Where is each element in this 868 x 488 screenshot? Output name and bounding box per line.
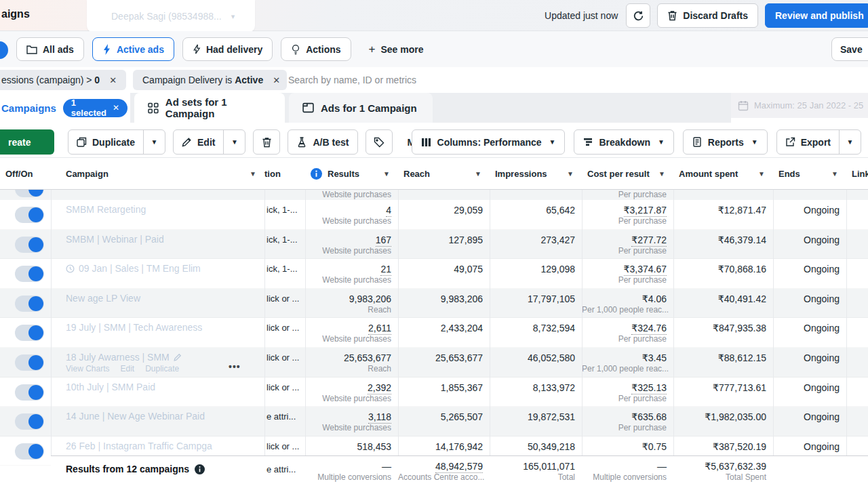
header-attribution[interactable]: tion	[264, 158, 305, 190]
header-cost-per-result[interactable]: Cost per result▼	[582, 158, 673, 190]
header-results[interactable]: Results ▼	[305, 158, 398, 190]
cell-reach: 25,653,677	[398, 348, 490, 377]
save-button[interactable]: Save	[831, 37, 868, 61]
header-impressions[interactable]: Impressions▼	[490, 158, 582, 190]
ab-test-button[interactable]: A/B test	[288, 129, 358, 155]
breakdown-button[interactable]: Breakdown ▼	[574, 129, 673, 155]
date-range-selector[interactable]: Maximum: 25 Jan 2022 - 25	[731, 93, 868, 118]
tab-ad-sets[interactable]: Ad sets for 1 Campaign	[134, 93, 285, 123]
campaign-toggle[interactable]	[15, 266, 44, 282]
info-icon	[195, 464, 205, 474]
header-reach[interactable]: Reach▼	[398, 158, 490, 190]
ad-sets-grid-icon	[148, 102, 159, 114]
campaign-name-link[interactable]: SMBM Retargeting	[51, 200, 264, 215]
row-options-button[interactable]: •••	[229, 361, 241, 372]
create-button[interactable]: reate	[0, 129, 54, 155]
cell-campaign: New age LP View	[51, 289, 264, 318]
header-amount-spent[interactable]: Amount spent▼	[673, 158, 773, 190]
campaign-name-link[interactable]: 26 Feb | Instagram Traffic Campga	[51, 436, 264, 451]
campaign-name-link[interactable]: 18 July Awarness | SMM	[51, 348, 264, 363]
export-dropdown[interactable]: ▼	[839, 130, 861, 154]
tab-ads[interactable]: Ads for 1 Campaign	[289, 93, 433, 123]
export-icon	[785, 137, 795, 147]
table-row[interactable]: 19 July | SMM | Tech Awarenesslick or ..…	[0, 318, 868, 348]
table-row[interactable]: 09 Jan | Sales | TM Eng Elimick, 1-...21…	[0, 259, 868, 289]
duplicate-button[interactable]: Duplicate	[68, 130, 143, 154]
row-hover-actions[interactable]: View ChartsEditDuplicate	[66, 364, 179, 373]
campaign-toggle[interactable]	[15, 443, 44, 460]
export-button[interactable]: Export	[777, 130, 839, 154]
campaign-name-link[interactable]: New age LP View	[51, 289, 264, 304]
filter-pill-active-ads[interactable]: Active ads	[92, 37, 174, 61]
table-row[interactable]: 18 July Awarness | SMMView ChartsEditDup…	[0, 348, 868, 378]
chevron-down-icon: ▼	[751, 138, 758, 146]
discard-drafts-button[interactable]: Discard Drafts	[657, 3, 758, 28]
campaign-toggle[interactable]	[15, 384, 44, 401]
cell-attribution: e attri...	[264, 407, 305, 436]
delete-button[interactable]	[253, 129, 280, 155]
cell-attribution: lick or ...	[264, 348, 305, 377]
filter-pill-actions[interactable]: Actions	[281, 37, 351, 61]
sort-caret-icon[interactable]: ▼	[831, 170, 838, 178]
reports-button[interactable]: Reports ▼	[683, 129, 768, 155]
account-selector[interactable]: Deepak Sagi (98534988... ▾	[87, 0, 255, 33]
campaign-name-link[interactable]: 10th July | SMM Paid	[51, 378, 264, 392]
table-row[interactable]: 14 June | New Age Webinar Paide attri...…	[0, 407, 868, 436]
bolt-outline-icon	[193, 44, 201, 54]
review-publish-button[interactable]: Review and publish	[765, 3, 868, 28]
campaign-toggle[interactable]	[15, 207, 44, 223]
header-campaign[interactable]: Campaign ▼	[51, 158, 264, 190]
filter-pill-all-ads[interactable]: All ads	[16, 37, 84, 61]
sort-caret-icon[interactable]: ▼	[475, 170, 481, 178]
campaign-name-link[interactable]: 14 June | New Age Webinar Paid	[51, 407, 264, 422]
table-row[interactable]: SMBM Retargetingick, 1-...4Website purch…	[0, 200, 868, 230]
campaign-name-link[interactable]: 09 Jan | Sales | TM Eng Elim	[51, 259, 264, 274]
columns-button[interactable]: Columns: Performance ▼	[412, 129, 566, 155]
refresh-button[interactable]	[626, 3, 650, 28]
campaign-toggle[interactable]	[15, 296, 44, 312]
cell-cost-per-result: ₹3,374.67Per purchase	[582, 259, 673, 288]
top-bar: aigns Deepak Sagi (98534988... ▾ Updated…	[0, 0, 868, 31]
close-icon[interactable]: ✕	[273, 75, 280, 85]
campaign-toggle[interactable]	[15, 325, 44, 341]
cell-amount-spent: ₹12,871.47	[673, 200, 773, 229]
reports-icon	[692, 137, 702, 147]
campaign-toggle[interactable]	[15, 190, 44, 197]
sort-caret-icon[interactable]: ▼	[567, 170, 574, 178]
search-input[interactable]: Search by name, ID or metrics	[288, 75, 416, 85]
header-link[interactable]: Link	[846, 158, 868, 190]
sort-caret-icon[interactable]: ▼	[658, 170, 665, 178]
campaign-toggle[interactable]	[15, 354, 44, 371]
tab-campaigns[interactable]: Campaigns 1 selected ✕	[0, 93, 130, 123]
filter-pill-had-delivery[interactable]: Had delivery	[182, 37, 273, 61]
filter-chip-delivery[interactable]: Campaign Delivery is Active ✕	[133, 70, 287, 90]
campaign-toggle[interactable]	[15, 413, 44, 430]
edit-dropdown[interactable]: ▼	[223, 130, 245, 154]
header-ends[interactable]: Ends▼	[773, 158, 846, 190]
table-row[interactable]: New age LP Viewlick or ...9,983,206Reach…	[0, 289, 868, 319]
campaign-name-link[interactable]: SMBM | Webinar | Paid	[51, 230, 264, 245]
tag-button[interactable]	[366, 129, 393, 155]
partial-row: Website purchases Per purchase	[0, 190, 868, 200]
scheduled-clock-icon	[66, 264, 75, 273]
filter-bar: All ads Active ads Had delivery Actions	[0, 31, 868, 67]
duplicate-dropdown[interactable]: ▼	[143, 130, 165, 154]
table-row[interactable]: 10th July | SMM Paidlick or ...2,392Webs…	[0, 378, 868, 407]
close-icon[interactable]: ✕	[113, 103, 119, 113]
column-divider	[305, 157, 306, 488]
column-divider	[582, 157, 583, 488]
edit-button[interactable]: Edit	[174, 130, 223, 154]
filter-chip-impressions[interactable]: essions (campaign) > 0 ✕	[0, 70, 126, 90]
campaign-toggle[interactable]	[15, 237, 44, 253]
see-more-button[interactable]: + See more	[359, 37, 433, 61]
table-row[interactable]: SMBM | Webinar | Paidick, 1-...167Websit…	[0, 230, 868, 260]
sort-caret-icon[interactable]: ▼	[250, 170, 256, 178]
campaign-name-link[interactable]: 19 July | SMM | Tech Awareness	[51, 318, 264, 333]
selected-badge[interactable]: 1 selected ✕	[63, 99, 127, 117]
summary-cost: —	[582, 456, 667, 472]
sort-caret-icon[interactable]: ▼	[758, 170, 765, 178]
sort-caret-icon[interactable]: ▼	[383, 170, 390, 178]
search-filter-icon[interactable]	[0, 41, 8, 59]
cell-cost-per-result: ₹635.68Per purchase	[582, 407, 673, 436]
close-icon[interactable]: ✕	[109, 75, 117, 85]
